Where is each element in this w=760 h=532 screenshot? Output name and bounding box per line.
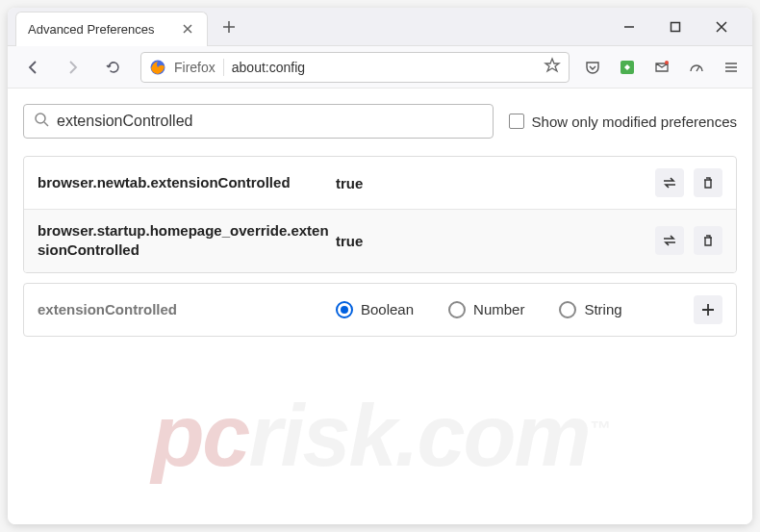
toggle-button[interactable] bbox=[655, 226, 684, 255]
preferences-table: browser.newtab.extensionControlled true … bbox=[23, 156, 737, 273]
pref-actions bbox=[655, 226, 722, 255]
show-modified-label: Show only modified preferences bbox=[532, 114, 737, 130]
bookmark-star-icon[interactable] bbox=[544, 57, 561, 78]
search-box[interactable] bbox=[23, 104, 494, 139]
pref-name: browser.startup.homepage_override.extens… bbox=[38, 221, 336, 261]
url-identity-label: Firefox bbox=[174, 60, 215, 75]
hamburger-menu-icon[interactable] bbox=[722, 58, 741, 77]
radio-label: Boolean bbox=[361, 301, 414, 317]
delete-button[interactable] bbox=[694, 226, 722, 255]
close-window-button[interactable] bbox=[710, 15, 733, 38]
table-row: browser.startup.homepage_override.extens… bbox=[24, 210, 736, 272]
close-tab-icon[interactable] bbox=[180, 21, 195, 37]
add-button[interactable] bbox=[694, 295, 722, 324]
svg-rect-0 bbox=[671, 22, 680, 31]
search-row: Show only modified preferences bbox=[23, 104, 737, 139]
show-modified-checkbox[interactable] bbox=[509, 114, 524, 129]
add-pref-container: extensionControlled Boolean Number Strin… bbox=[23, 283, 737, 337]
radio-input[interactable] bbox=[559, 301, 576, 318]
type-radio-group: Boolean Number String bbox=[336, 301, 694, 318]
extension-icon[interactable] bbox=[618, 58, 637, 77]
pref-value: true bbox=[336, 175, 655, 191]
toggle-button[interactable] bbox=[655, 168, 684, 197]
radio-input[interactable] bbox=[448, 301, 466, 318]
delete-button[interactable] bbox=[694, 168, 722, 197]
window-controls bbox=[618, 15, 752, 38]
radio-string[interactable]: String bbox=[559, 301, 621, 318]
add-pref-name: extensionControlled bbox=[38, 301, 336, 317]
pocket-icon[interactable] bbox=[583, 58, 602, 77]
pref-actions bbox=[655, 168, 722, 197]
search-icon bbox=[34, 112, 49, 131]
show-modified-checkbox-wrap[interactable]: Show only modified preferences bbox=[509, 114, 737, 130]
firefox-logo-icon bbox=[149, 59, 166, 76]
radio-label: String bbox=[584, 301, 621, 317]
svg-point-4 bbox=[36, 114, 45, 123]
radio-boolean[interactable]: Boolean bbox=[336, 301, 414, 318]
toolbar: Firefox about:config bbox=[8, 46, 752, 89]
browser-tab[interactable]: Advanced Preferences bbox=[15, 12, 208, 46]
pref-name: browser.newtab.extensionControlled bbox=[38, 173, 336, 192]
add-pref-row: extensionControlled Boolean Number Strin… bbox=[24, 284, 736, 336]
url-text: about:config bbox=[232, 60, 536, 75]
table-row: browser.newtab.extensionControlled true bbox=[24, 157, 736, 210]
pref-value: true bbox=[336, 233, 655, 249]
new-tab-button[interactable] bbox=[215, 13, 242, 40]
speedometer-icon[interactable] bbox=[687, 58, 706, 77]
url-separator bbox=[223, 59, 224, 76]
radio-label: Number bbox=[473, 301, 524, 317]
maximize-button[interactable] bbox=[664, 15, 687, 38]
page-content: Show only modified preferences browser.n… bbox=[8, 89, 752, 524]
url-bar[interactable]: Firefox about:config bbox=[140, 52, 570, 83]
radio-input[interactable] bbox=[336, 301, 353, 318]
minimize-button[interactable] bbox=[618, 15, 641, 38]
forward-button[interactable] bbox=[60, 54, 87, 81]
browser-window: Advanced Preferences bbox=[8, 8, 752, 524]
svg-point-3 bbox=[665, 61, 669, 64]
back-button[interactable] bbox=[19, 54, 46, 81]
search-input[interactable] bbox=[57, 113, 483, 130]
inbox-icon[interactable] bbox=[652, 58, 671, 77]
titlebar: Advanced Preferences bbox=[8, 8, 752, 46]
reload-button[interactable] bbox=[100, 54, 127, 81]
toolbar-actions bbox=[583, 58, 741, 77]
radio-number[interactable]: Number bbox=[448, 301, 524, 318]
tab-title: Advanced Preferences bbox=[28, 22, 155, 37]
